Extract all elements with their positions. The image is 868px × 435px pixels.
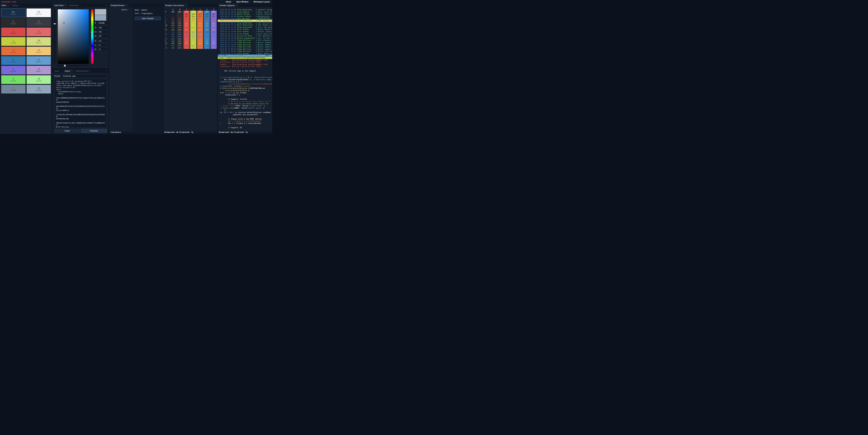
columns-cell-text: gYw bbox=[197, 24, 203, 26]
value-slider[interactable] bbox=[54, 9, 55, 64]
columns-cell: gYw bbox=[169, 13, 176, 15]
columns-row: 9gYwgYwgYwgYwgYwgYwgYw bbox=[165, 20, 217, 22]
columns-cell-text: gYw bbox=[204, 31, 210, 33]
download-button[interactable]: Download bbox=[81, 129, 107, 133]
hsb-fields: H:S:B: bbox=[95, 39, 108, 51]
panel-close-icon[interactable]: × bbox=[104, 69, 108, 73]
rgb-input[interactable] bbox=[98, 26, 108, 29]
hue-slider-handle[interactable] bbox=[91, 32, 94, 33]
hsb-input[interactable] bbox=[98, 44, 108, 47]
hex-field-row: # bbox=[95, 22, 108, 25]
swatch-bg[interactable]: BG#162e47 bbox=[1, 8, 26, 17]
tab-template-tig-jquery[interactable]: Template: /tig/jquery× bbox=[218, 3, 239, 7]
panel-close-icon[interactable]: × bbox=[104, 3, 108, 7]
swatch-9[interactable]: 9#e16868 bbox=[27, 28, 51, 36]
tab-close-icon[interactable]: × bbox=[20, 4, 21, 6]
columns-cell: gYw bbox=[197, 20, 204, 22]
rgb-field-row: G: bbox=[95, 30, 108, 33]
tab-close-icon[interactable]: × bbox=[126, 4, 127, 6]
color-preview-old bbox=[95, 15, 106, 21]
columns-cell: gYw bbox=[176, 35, 183, 38]
columns-cell-text: gYw bbox=[184, 13, 190, 15]
tig-log-line: 2014-06-13 11:42 Chris Antaki o Ajax: Re… bbox=[220, 53, 272, 55]
horizontal-slider-handle[interactable] bbox=[64, 65, 66, 67]
tab-close-icon[interactable]: × bbox=[60, 70, 61, 72]
columns-cell: gYw bbox=[197, 24, 204, 26]
tab-close-icon[interactable]: × bbox=[7, 4, 8, 6]
swatch-6[interactable]: 6#75e067 bbox=[1, 75, 26, 84]
columns-row-label: 1 bbox=[165, 18, 169, 20]
swatch-hex: #337ab5 bbox=[10, 61, 16, 63]
open-template-button[interactable]: Open Template bbox=[135, 16, 161, 20]
swatch-4[interactable]: 4#337ab5 bbox=[1, 56, 26, 65]
swatch-5[interactable]: 5#7b69d6 bbox=[1, 66, 26, 74]
hsb-input[interactable] bbox=[98, 48, 108, 51]
hue-slider[interactable] bbox=[91, 9, 93, 64]
template-name-row: Name: jquery bbox=[135, 9, 161, 11]
columns-cell: gYw bbox=[183, 42, 190, 44]
tab-scheme-browser[interactable]: Scheme Browser× bbox=[74, 69, 93, 73]
swatch-11[interactable]: 11#f0c674 bbox=[27, 47, 51, 55]
tab-close-icon[interactable]: × bbox=[65, 4, 66, 6]
menu-item-about[interactable]: About bbox=[226, 1, 231, 3]
columns-cell: gYw bbox=[190, 15, 197, 18]
app-logo[interactable]: terminal.sexy bbox=[1, 1, 16, 3]
columns-cell: gYw bbox=[190, 24, 197, 26]
menu-item-open-window[interactable]: Open Window bbox=[236, 1, 248, 3]
swatch-8[interactable]: 8#373b41 bbox=[27, 18, 51, 27]
tab-template-misc-columns[interactable]: Template: /misc/columns× bbox=[163, 3, 188, 7]
tab-close-icon[interactable]: × bbox=[71, 70, 72, 72]
columns-cell-text: gYw bbox=[184, 24, 190, 26]
columns-cell-text: gYw bbox=[197, 38, 203, 40]
tab-close-icon[interactable]: × bbox=[80, 4, 81, 6]
columns-header-cell: 0 bbox=[176, 8, 183, 10]
template-path-value: /tig/jquery bbox=[141, 12, 152, 14]
columns-cell: gYw bbox=[183, 33, 190, 35]
swatch-2[interactable]: 2#c2d03e bbox=[1, 37, 26, 46]
swatch-7[interactable]: 7#748699 bbox=[1, 85, 26, 94]
columns-cell-text: gYw bbox=[204, 40, 210, 42]
format-input[interactable] bbox=[62, 74, 107, 78]
tab-settings[interactable]: Settings× bbox=[10, 3, 22, 7]
swatch-fg[interactable]: FG#f6f7fa bbox=[27, 8, 51, 17]
saturation-value-area[interactable] bbox=[58, 9, 89, 64]
tab-editor[interactable]: Editor× bbox=[0, 3, 10, 7]
swatch-14[interactable]: 14#a6f097 bbox=[27, 75, 51, 84]
hex-input[interactable] bbox=[98, 22, 108, 25]
columns-cell-text: gYw bbox=[170, 40, 176, 42]
swatch-0[interactable]: 0#282a2e bbox=[1, 18, 26, 27]
swatch-13[interactable]: 13#b096cf bbox=[27, 66, 51, 74]
value-slider-handle[interactable] bbox=[54, 23, 56, 24]
tab-close-icon[interactable]: × bbox=[236, 4, 237, 6]
columns-cell: gYw bbox=[169, 31, 176, 33]
columns-cell: gYw bbox=[204, 35, 210, 38]
tab-export[interactable]: Export× bbox=[63, 69, 74, 73]
template-list-item[interactable]: jquery bbox=[121, 9, 133, 11]
tab-close-icon[interactable]: × bbox=[185, 4, 186, 6]
rgb-input[interactable] bbox=[98, 35, 108, 37]
horizontal-slider[interactable] bbox=[58, 65, 89, 66]
hsb-input[interactable] bbox=[98, 39, 108, 42]
export-textarea[interactable]: <?xml version="1.0" encoding="UTF-8"?> <… bbox=[54, 79, 107, 128]
swatch-15[interactable]: 15#92a6bb bbox=[27, 85, 51, 94]
picker-marker[interactable] bbox=[63, 22, 65, 24]
template-detail: Name: jquery Path: /tig/jquery Open Temp… bbox=[133, 7, 163, 131]
swatch-3[interactable]: 3#e26e3b bbox=[1, 47, 26, 55]
swatch-name: 2 bbox=[13, 39, 14, 42]
swatch-10[interactable]: 10#d3dc7e bbox=[27, 37, 51, 46]
swatch-12[interactable]: 12#649ecf bbox=[27, 56, 51, 65]
tab-template-browser[interactable]: Template Browser× bbox=[109, 3, 129, 7]
columns-cell: gYw bbox=[210, 44, 217, 47]
tab-close-icon[interactable]: × bbox=[90, 70, 91, 72]
export-button[interactable]: Export bbox=[54, 129, 80, 133]
tab-color-picker[interactable]: Color Picker× bbox=[53, 3, 68, 7]
swatch-1[interactable]: 1#d84949 bbox=[1, 28, 26, 36]
tig-log-line: 2014-07-17 11:15 Timmy Willison o Build:… bbox=[220, 41, 272, 44]
menu-item-workspace-layout[interactable]: Workspace Layout bbox=[254, 1, 270, 3]
rgb-input[interactable] bbox=[98, 30, 108, 33]
tab-import[interactable]: Import× bbox=[53, 69, 63, 73]
columns-cell: gYw bbox=[190, 35, 197, 38]
tab-randomiser[interactable]: Randomiser× bbox=[68, 3, 83, 7]
tig-diff-line: // We have to pre-define this values for… bbox=[220, 100, 272, 103]
columns-cell: gYw bbox=[176, 29, 183, 31]
